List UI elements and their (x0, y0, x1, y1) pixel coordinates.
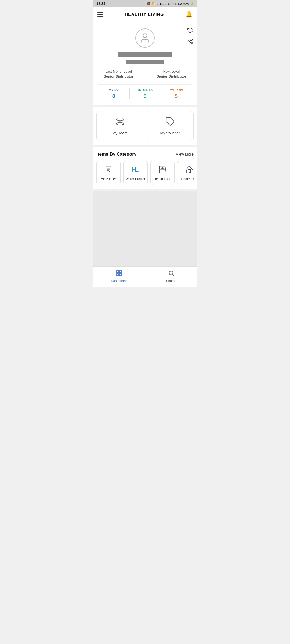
nav-search[interactable]: Search (145, 269, 197, 284)
status-icons: 🔇 📶 LTE1 LTE+R LTE2 40% 🔋 (147, 2, 194, 5)
svg-line-14 (121, 122, 122, 123)
my-team-value: 5 (163, 93, 190, 99)
svg-point-9 (116, 123, 118, 125)
category-health-food[interactable]: Health Food (150, 161, 175, 185)
svg-line-32 (172, 275, 174, 276)
user-name-placeholder (118, 52, 172, 57)
quick-menu-my-team[interactable]: My Team (96, 111, 143, 141)
refresh-button[interactable] (187, 27, 193, 35)
dashboard-label: Dashboard (111, 279, 127, 283)
svg-point-20 (109, 171, 110, 172)
home-care-label: Home Ca... (181, 177, 194, 181)
category-section: Items By Category View More Air Purifier (93, 147, 197, 189)
notification-bell-icon[interactable]: 🔔 (185, 11, 193, 18)
air-purifier-label: Air Purifier (101, 177, 116, 181)
svg-rect-30 (119, 274, 121, 276)
profile-actions (187, 27, 193, 46)
menu-button[interactable] (97, 12, 103, 17)
svg-line-4 (189, 40, 191, 41)
category-home-care[interactable]: Home Ca... (177, 161, 194, 185)
dashboard-icon (116, 270, 122, 278)
category-grid: Air Purifier H L Water Purifier (96, 161, 194, 185)
my-pv-value: 0 (100, 93, 127, 99)
my-team-label: My Team (163, 88, 190, 92)
level-row: Last Month Level Senior Distributor Next… (98, 69, 192, 79)
quick-menu: My Team My Voucher (93, 107, 197, 145)
tag-icon (165, 117, 175, 128)
svg-text:L: L (135, 166, 139, 173)
search-icon (168, 270, 175, 278)
category-air-purifier[interactable]: Air Purifier (96, 161, 121, 185)
svg-point-1 (188, 41, 190, 42)
category-water-purifier[interactable]: H L Water Purifier (123, 161, 148, 185)
last-month-level-value: Senior Distributor (104, 74, 133, 79)
svg-point-8 (122, 119, 124, 120)
svg-point-6 (119, 121, 121, 122)
next-level: Next Level Senior Distributor (157, 69, 186, 79)
search-label: Search (166, 279, 176, 283)
status-bar: 12:34 🔇 📶 LTE1 LTE+R LTE2 40% 🔋 (93, 0, 197, 7)
share-button[interactable] (187, 38, 193, 46)
empty-content-area (93, 191, 197, 266)
profile-section: Last Month Level Senior Distributor Next… (93, 22, 197, 105)
svg-line-3 (189, 42, 191, 43)
home-care-icon (184, 165, 194, 174)
app-title: HEALTHY LIVING (125, 12, 164, 17)
svg-line-13 (118, 122, 119, 123)
my-voucher-label: My Voucher (160, 131, 180, 135)
svg-rect-29 (117, 274, 118, 276)
status-time: 12:34 (96, 2, 105, 6)
user-id-placeholder (126, 60, 164, 64)
svg-rect-16 (106, 166, 111, 173)
my-pv-stat: MY PV 0 (98, 88, 129, 99)
last-month-level: Last Month Level Senior Distributor (104, 69, 133, 79)
next-level-label: Next Level (157, 69, 186, 74)
svg-line-12 (121, 120, 122, 121)
battery-indicator: 40% (183, 2, 189, 5)
water-purifier-label: Water Purifier (126, 177, 145, 181)
svg-point-2 (191, 42, 193, 44)
air-purifier-icon (104, 165, 113, 174)
water-purifier-icon: H L (130, 165, 140, 174)
svg-point-5 (143, 34, 147, 38)
svg-rect-28 (119, 271, 121, 273)
svg-point-31 (169, 271, 173, 275)
network-icon (115, 117, 125, 128)
group-pv-label: GROUP PV (132, 88, 159, 92)
app-header: HEALTHY LIVING 🔔 (93, 7, 197, 22)
view-more-button[interactable]: View More (176, 152, 194, 156)
avatar (135, 28, 155, 48)
quick-menu-my-voucher[interactable]: My Voucher (147, 111, 194, 141)
svg-point-10 (122, 123, 124, 125)
my-pv-label: MY PV (100, 88, 127, 92)
my-team-label: My Team (112, 131, 128, 135)
last-month-level-label: Last Month Level (104, 69, 133, 74)
group-pv-value: 0 (132, 93, 159, 99)
svg-rect-27 (117, 271, 118, 273)
stats-row: MY PV 0 GROUP PV 0 My Team 5 (98, 84, 192, 99)
next-level-value: Senior Distributor (157, 74, 186, 79)
svg-line-11 (118, 120, 119, 121)
health-food-icon (158, 165, 167, 174)
nav-dashboard[interactable]: Dashboard (93, 269, 145, 284)
my-team-stat: My Team 5 (161, 88, 192, 99)
category-title: Items By Category (96, 152, 136, 157)
group-pv-stat: GROUP PV 0 (129, 88, 161, 99)
svg-point-7 (116, 119, 118, 120)
category-header: Items By Category View More (96, 152, 194, 157)
bottom-navigation: Dashboard Search (93, 266, 197, 287)
health-food-label: Health Food (154, 177, 171, 181)
svg-point-0 (191, 39, 193, 41)
